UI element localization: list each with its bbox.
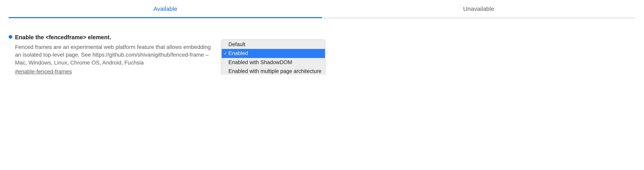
dropdown-option-enabled-mpa[interactable]: Enabled with multiple page architecture [222, 67, 325, 75]
dropdown-option-enabled[interactable]: Enabled [222, 49, 325, 58]
tab-available[interactable]: Available [9, 1, 322, 18]
dropdown-option-default[interactable]: Default [222, 40, 325, 49]
flag-title: Enable the <fencedframe> element. [15, 33, 212, 41]
tab-label: Available [154, 5, 177, 12]
flag-dropdown[interactable]: Default Enabled Enabled with ShadowDOM E… [222, 39, 325, 75]
flag-hash-link[interactable]: #enable-fenced-frames [15, 68, 72, 75]
dropdown-option-enabled-shadowdom[interactable]: Enabled with ShadowDOM [222, 58, 325, 67]
flag-dropdown-wrapper: Default Enabled Enabled with ShadowDOM E… [222, 39, 325, 75]
tab-unavailable[interactable]: Unavailable [322, 1, 635, 18]
flags-page-container: Available Unavailable Enable the <fenced… [0, 1, 644, 75]
tabs-bar: Available Unavailable [9, 1, 635, 18]
modified-indicator-dot-icon [9, 35, 12, 39]
flag-item: Enable the <fencedframe> element. Fenced… [9, 33, 635, 75]
flag-description: Fenced frames are an experimental web pl… [15, 43, 212, 66]
tab-label: Unavailable [463, 5, 494, 12]
flag-content: Enable the <fencedframe> element. Fenced… [15, 33, 216, 75]
